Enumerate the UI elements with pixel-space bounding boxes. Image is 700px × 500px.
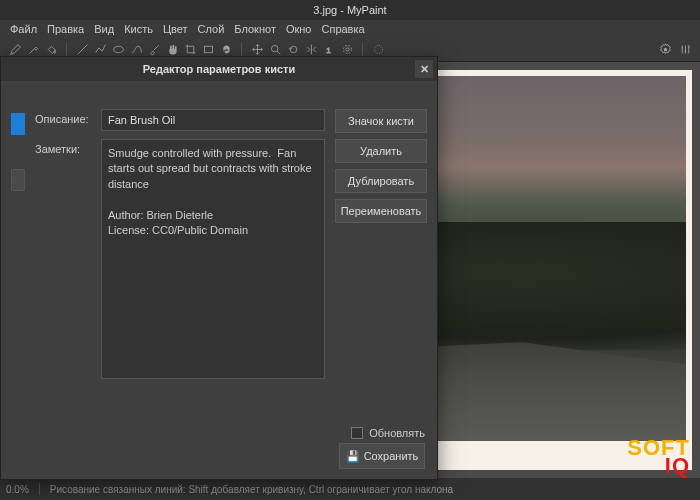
rect-icon[interactable] [201, 43, 215, 57]
save-label: Сохранить [364, 450, 419, 462]
menu-brush[interactable]: Кисть [124, 23, 153, 35]
menu-window[interactable]: Окно [286, 23, 312, 35]
watermark: SOFT IQ [627, 439, 690, 476]
update-checkbox[interactable] [351, 427, 363, 439]
settings-icon[interactable] [658, 43, 672, 57]
dialog-title: Редактор параметров кисти [143, 63, 295, 75]
hand-icon[interactable] [165, 43, 179, 57]
zoom-level: 0.0% [6, 484, 29, 495]
menu-layer[interactable]: Слой [198, 23, 225, 35]
window-title: 3.jpg - MyPaint [313, 4, 386, 16]
target-icon[interactable] [371, 43, 385, 57]
polyline-icon[interactable] [93, 43, 107, 57]
menu-bar: Файл Правка Вид Кисть Цвет Слой Блокнот … [0, 20, 700, 38]
svg-point-7 [663, 48, 666, 51]
menu-view[interactable]: Вид [94, 23, 114, 35]
bucket-icon[interactable] [44, 43, 58, 57]
dialog-side-tabs [11, 109, 25, 417]
tab-item[interactable] [11, 169, 25, 191]
sliders-icon[interactable] [678, 43, 692, 57]
description-input[interactable] [101, 109, 325, 131]
eyedropper-icon[interactable] [26, 43, 40, 57]
svg-rect-1 [204, 46, 212, 53]
brush-icon-button[interactable]: Значок кисти [335, 109, 427, 133]
curve-icon[interactable] [129, 43, 143, 57]
rename-button[interactable]: Переименовать [335, 199, 427, 223]
butterfly-icon[interactable] [219, 43, 233, 57]
svg-point-2 [271, 45, 278, 52]
notes-textarea[interactable] [101, 139, 325, 379]
flip-h-icon[interactable] [304, 43, 318, 57]
save-icon: 💾 [346, 450, 360, 463]
move-icon[interactable] [250, 43, 264, 57]
svg-point-5 [343, 45, 351, 53]
delete-button[interactable]: Удалить [335, 139, 427, 163]
menu-help[interactable]: Справка [321, 23, 364, 35]
reset-icon[interactable]: 1 [322, 43, 336, 57]
menu-file[interactable]: Файл [10, 23, 37, 35]
svg-point-4 [345, 48, 348, 51]
svg-text:1: 1 [326, 46, 331, 55]
save-button[interactable]: 💾 Сохранить [339, 443, 425, 469]
svg-point-0 [113, 46, 123, 53]
pencil-icon[interactable] [8, 43, 22, 57]
brush2-icon[interactable] [147, 43, 161, 57]
crop-icon[interactable] [183, 43, 197, 57]
menu-color[interactable]: Цвет [163, 23, 188, 35]
menu-edit[interactable]: Правка [47, 23, 84, 35]
dialog-titlebar[interactable]: Редактор параметров кисти ✕ [1, 57, 437, 81]
update-label: Обновлять [369, 427, 425, 439]
brush-settings-dialog: Редактор параметров кисти ✕ Описание: За… [0, 56, 438, 480]
status-bar: 0.0% Рисование связанных линий: Shift до… [0, 478, 700, 500]
ellipse-icon[interactable] [111, 43, 125, 57]
line-icon[interactable] [75, 43, 89, 57]
watermark-line2: IQ [627, 457, 690, 476]
close-icon[interactable]: ✕ [415, 60, 433, 78]
rotate-icon[interactable] [286, 43, 300, 57]
window-titlebar: 3.jpg - MyPaint [0, 0, 700, 20]
menu-notebook[interactable]: Блокнот [234, 23, 276, 35]
fit-icon[interactable] [340, 43, 354, 57]
tab-selected[interactable] [11, 113, 25, 135]
description-label: Описание: [35, 109, 93, 125]
duplicate-button[interactable]: Дублировать [335, 169, 427, 193]
zoom-icon[interactable] [268, 43, 282, 57]
svg-point-6 [374, 45, 382, 53]
notes-label: Заметки: [35, 139, 93, 155]
status-hint: Рисование связанных линий: Shift добавля… [50, 484, 453, 495]
